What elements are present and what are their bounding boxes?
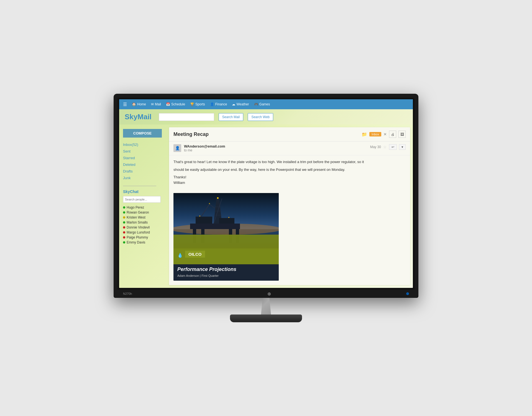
image-button[interactable]: 🖼 — [398, 131, 406, 138]
star-icon[interactable]: ☆ — [383, 145, 387, 149]
header-area: SkyMail Search Mail Search Web — [119, 109, 413, 125]
nav-finance[interactable]: 👤 Finance — [210, 102, 227, 106]
email-date: May 30 — [370, 145, 381, 149]
slide-subtitle: Adam Anderson | First Quarter — [177, 274, 275, 277]
hp-logo: ⊕ — [267, 291, 271, 296]
sidebar-item-junk[interactable]: Junk — [123, 175, 165, 180]
email-body-line1: That's great to hear! Let me know if the… — [173, 159, 406, 165]
logo: SkyMail — [125, 113, 152, 121]
contact-kristen[interactable]: Kristen West — [123, 215, 165, 219]
contact-name: Paige Plummy — [127, 235, 148, 239]
sidebar-item-drafts[interactable]: Drafts — [123, 169, 165, 174]
status-dot-margo — [123, 231, 125, 234]
status-dot-kristen — [123, 216, 125, 219]
svg-rect-13 — [196, 217, 212, 224]
email-header-right: 📁 Inbox ✕ 🖨 🖼 — [362, 131, 406, 138]
search-input[interactable] — [159, 113, 214, 121]
top-nav-bar: ☰ 🏠 Home ✉ Mail 📅 Schedule 🏆 Sports 👤 Fi… — [119, 99, 413, 109]
nav-mail[interactable]: ✉ Mail — [151, 102, 161, 106]
nav-schedule[interactable]: 📅 Schedule — [166, 102, 185, 106]
email-title: Meeting Recap — [173, 131, 209, 137]
status-dot-rowan — [123, 211, 125, 214]
sender-to: to me — [184, 148, 367, 152]
sidebar-nav: Inbox(52) Sent Starred Deleted — [123, 142, 165, 180]
contact-hugo[interactable]: Hugo Perez — [123, 206, 165, 209]
power-indicator[interactable] — [406, 292, 409, 295]
search-people-input[interactable] — [123, 196, 161, 203]
email-header-bar: Meeting Recap 📁 Inbox ✕ 🖨 🖼 — [169, 127, 410, 141]
svg-point-19 — [199, 215, 200, 217]
contact-rowan[interactable]: Rowan Gearon — [123, 210, 165, 214]
search-mail-button[interactable]: Search Mail — [219, 113, 243, 121]
slide-overlay: 💧 OILCO — [173, 248, 279, 264]
close-tag-icon[interactable]: ✕ — [383, 132, 387, 136]
sidebar: COMPOSE Inbox(52) Sent Starred — [119, 125, 169, 288]
folder-icon: 📁 — [362, 132, 367, 137]
nav-home[interactable]: 🏠 Home — [132, 102, 146, 106]
slide-title: Performance Projections — [177, 267, 275, 272]
chat-contacts-list: Hugo Perez Rowan Gearon Kristen West — [123, 206, 165, 244]
hamburger-icon[interactable]: ☰ — [123, 102, 127, 107]
more-options-button[interactable]: ▾ — [399, 144, 406, 150]
email-date-area: May 30 ☆ ↩ ▾ — [370, 144, 406, 150]
oil-drop-icon: 💧 — [177, 253, 183, 258]
stand-neck — [258, 298, 274, 314]
status-dot-emmy — [123, 241, 125, 243]
screen: ☰ 🏠 Home ✉ Mail 📅 Schedule 🏆 Sports 👤 Fi… — [119, 99, 413, 288]
contact-emmy[interactable]: Emmy Davis — [123, 240, 165, 244]
email-body: That's great to hear! Let me know if the… — [169, 155, 410, 190]
svg-point-18 — [209, 203, 210, 204]
sidebar-item-sent[interactable]: Sent — [123, 149, 165, 154]
contact-name: Margo Lunsford — [127, 230, 150, 234]
status-dot-donnie — [123, 226, 125, 229]
slide-background — [173, 193, 279, 248]
bottom-bezel: N270h ⊕ — [117, 290, 415, 298]
presenter-name: Adam Anderson — [177, 274, 199, 277]
sender-info: WAnderson@email.com to me — [184, 144, 367, 152]
stand-base — [230, 314, 302, 322]
skychat-label: SkyChat — [123, 189, 165, 194]
email-body-closing: Thanks! William — [173, 174, 406, 185]
monitor-assembly: ☰ 🏠 Home ✉ Mail 📅 Schedule 🏆 Sports 👤 Fi… — [114, 94, 418, 322]
oil-rig-svg — [173, 193, 279, 248]
slide-quarter: First Quarter — [201, 274, 219, 277]
nav-games[interactable]: 🎮 Games — [254, 102, 270, 106]
sidebar-item-starred[interactable]: Starred — [123, 155, 165, 160]
contact-margo[interactable]: Margo Lunsford — [123, 230, 165, 234]
status-dot-hugo — [123, 206, 125, 209]
svg-rect-3 — [190, 224, 240, 229]
status-dot-marlon — [123, 221, 125, 224]
sender-email: WAnderson@email.com — [184, 144, 367, 148]
sidebar-divider — [123, 186, 156, 186]
company-name: OILCO — [185, 251, 205, 258]
oilco-banner: 💧 OILCO — [177, 251, 275, 260]
svg-rect-24 — [173, 235, 279, 248]
compose-button[interactable]: COMPOSE — [123, 129, 162, 138]
nav-weather[interactable]: ☁ Weather — [232, 102, 249, 106]
contact-donnie[interactable]: Donnie Vindevil — [123, 225, 165, 229]
model-label: N270h — [123, 292, 132, 295]
contact-paige[interactable]: Paige Plummy — [123, 235, 165, 239]
contact-name: Kristen West — [127, 215, 145, 219]
sidebar-item-inbox[interactable]: Inbox(52) — [123, 142, 165, 147]
contact-name: Marlon Smalls — [127, 220, 148, 224]
reply-button[interactable]: ↩ — [389, 144, 397, 150]
contact-name: Rowan Gearon — [127, 210, 149, 214]
status-dot-paige — [123, 236, 125, 239]
nav-sports[interactable]: 🏆 Sports — [190, 102, 205, 106]
svg-point-17 — [217, 197, 219, 199]
email-panel: Meeting Recap 📁 Inbox ✕ 🖨 🖼 👤 — [169, 127, 410, 285]
sidebar-item-deleted[interactable]: Deleted — [123, 162, 165, 167]
print-button[interactable]: 🖨 — [389, 131, 396, 138]
svg-rect-14 — [219, 218, 234, 224]
contact-name: Donnie Vindevil — [127, 225, 150, 229]
inbox-tag: Inbox — [369, 132, 381, 136]
email-meta-area: 👤 WAnderson@email.com to me May 30 ☆ ↩ ▾ — [169, 141, 410, 155]
contact-name: Hugo Perez — [127, 206, 144, 209]
screen-bezel: ☰ 🏠 Home ✉ Mail 📅 Schedule 🏆 Sports 👤 Fi… — [117, 98, 415, 290]
search-web-button[interactable]: Search Web — [248, 113, 273, 121]
contact-marlon[interactable]: Marlon Smalls — [123, 220, 165, 224]
svg-point-20 — [228, 217, 229, 218]
presentation-slide: 💧 OILCO Performance Projections Adam And… — [173, 193, 279, 281]
monitor-stand — [114, 298, 418, 322]
